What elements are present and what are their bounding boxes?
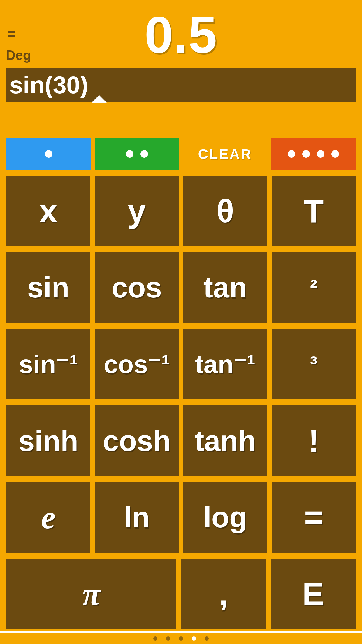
- expression-text: sin(30): [9, 71, 88, 99]
- key-label: θ: [216, 192, 234, 230]
- key-label: π: [82, 575, 100, 613]
- key-t[interactable]: T: [272, 176, 356, 246]
- caret-icon: [92, 95, 107, 103]
- key-sinh[interactable]: sinh: [6, 405, 90, 476]
- key-label: ²: [310, 275, 317, 300]
- key-label: cos⁻¹: [104, 349, 170, 379]
- key-comma[interactable]: ,: [181, 559, 266, 629]
- key-x[interactable]: x: [6, 176, 90, 246]
- key-ln[interactable]: ln: [95, 482, 179, 553]
- pager-dot: [166, 636, 170, 640]
- key-e[interactable]: e: [6, 482, 90, 553]
- equals-sign: =: [8, 26, 16, 42]
- key-tan[interactable]: tan: [183, 252, 267, 323]
- key-label: ln: [124, 501, 150, 534]
- key-label: E: [302, 575, 324, 613]
- key-sin[interactable]: sin: [6, 252, 90, 323]
- pager-dot-active: [192, 636, 196, 640]
- key-label: tan⁻¹: [195, 349, 255, 379]
- pager-dot: [153, 636, 157, 640]
- key-label: tanh: [194, 424, 256, 458]
- key-cosh[interactable]: cosh: [95, 405, 179, 476]
- key-theta[interactable]: θ: [183, 176, 267, 246]
- mode-1-button[interactable]: [6, 138, 91, 170]
- key-acos[interactable]: cos⁻¹: [95, 329, 179, 399]
- action-row: CLEAR: [0, 138, 362, 170]
- expression-bar[interactable]: sin(30): [6, 68, 356, 102]
- expression-bar-wrap: sin(30): [0, 68, 362, 102]
- key-log[interactable]: log: [183, 482, 267, 553]
- keypad: x y θ T sin cos tan ² sin⁻¹ cos⁻¹ tan⁻¹ …: [0, 170, 362, 631]
- key-tanh[interactable]: tanh: [183, 405, 267, 476]
- key-equals[interactable]: =: [272, 482, 356, 553]
- result-display: = 0.5 Deg: [0, 0, 362, 68]
- key-cube[interactable]: ³: [272, 329, 356, 399]
- key-label: sin⁻¹: [19, 349, 78, 379]
- key-label: sin: [27, 271, 69, 304]
- key-label: tan: [203, 271, 247, 304]
- key-label: cosh: [103, 424, 171, 458]
- key-factorial[interactable]: !: [272, 405, 356, 476]
- pager-dot: [205, 636, 209, 640]
- display-spacer: [0, 102, 362, 138]
- mode-2-button[interactable]: [95, 138, 180, 170]
- two-dot-icon: [126, 150, 148, 158]
- mode-4-button[interactable]: [271, 138, 356, 170]
- key-label: ³: [310, 351, 317, 377]
- key-pi[interactable]: π: [6, 559, 176, 629]
- clear-button[interactable]: CLEAR: [183, 138, 268, 170]
- key-label: e: [41, 498, 56, 536]
- four-dot-icon: [288, 150, 339, 158]
- key-exp[interactable]: E: [271, 559, 356, 629]
- clear-label: CLEAR: [198, 146, 252, 162]
- key-label: y: [128, 192, 146, 230]
- key-label: cos: [112, 271, 162, 304]
- key-label: ,: [219, 575, 228, 613]
- result-value: 0.5: [145, 5, 218, 64]
- key-label: log: [203, 501, 247, 534]
- key-label: !: [308, 422, 319, 460]
- page-indicator[interactable]: [0, 631, 362, 644]
- key-atan[interactable]: tan⁻¹: [183, 329, 267, 399]
- key-label: x: [39, 192, 57, 230]
- key-square[interactable]: ²: [272, 252, 356, 323]
- key-label: =: [304, 498, 323, 536]
- angle-mode[interactable]: Deg: [6, 47, 31, 63]
- key-label: T: [304, 192, 324, 230]
- key-label: sinh: [18, 424, 78, 458]
- key-cos[interactable]: cos: [95, 252, 179, 323]
- pager-dot: [179, 636, 183, 640]
- one-dot-icon: [45, 150, 52, 158]
- key-y[interactable]: y: [95, 176, 179, 246]
- key-asin[interactable]: sin⁻¹: [6, 329, 90, 399]
